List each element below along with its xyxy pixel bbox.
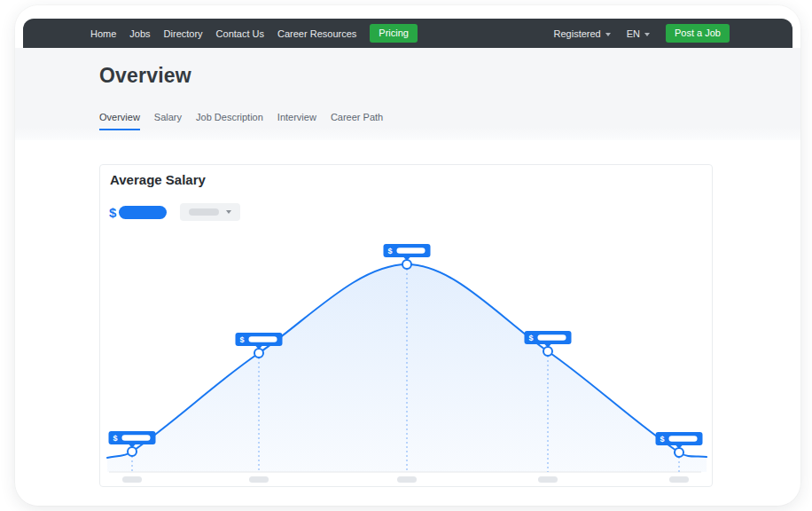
tooltip-currency-label: $ (113, 434, 118, 443)
tab-salary[interactable]: Salary (154, 112, 182, 130)
data-point-dot[interactable] (402, 260, 411, 269)
tooltip-currency-label: $ (660, 435, 665, 444)
nav-left-group: Home Jobs Directory Contact Us Career Re… (90, 24, 418, 43)
chevron-down-icon (644, 33, 650, 36)
data-point-dot[interactable] (543, 347, 552, 356)
registered-dropdown[interactable]: Registered (554, 28, 611, 39)
nav-right-group: Registered EN Post a Job (554, 24, 730, 43)
tooltip-value-placeholder (538, 334, 566, 341)
tooltip-value-placeholder (122, 435, 151, 441)
data-point-dot[interactable] (128, 447, 137, 456)
nav-item-contact-us[interactable]: Contact Us (216, 28, 264, 39)
x-tick-placeholder (249, 476, 269, 483)
chevron-down-icon (605, 33, 611, 36)
data-point-dot[interactable] (254, 349, 263, 358)
nav-item-career-resources[interactable]: Career Resources (277, 28, 356, 39)
average-salary-card: Average Salary $ $$$$$ (99, 164, 713, 487)
pricing-button[interactable]: Pricing (370, 24, 418, 43)
language-dropdown[interactable]: EN (627, 28, 650, 39)
nav-item-jobs[interactable]: Jobs (129, 28, 150, 39)
tooltip-value-placeholder (249, 336, 277, 342)
post-a-job-button[interactable]: Post a Job (666, 24, 730, 43)
tooltip-currency-label: $ (388, 247, 393, 256)
tooltip-currency-label: $ (240, 335, 245, 344)
nav-item-home[interactable]: Home (90, 28, 116, 39)
tab-job-description[interactable]: Job Description (196, 112, 263, 130)
tab-interview[interactable]: Interview (277, 112, 316, 130)
app-window: Home Jobs Directory Contact Us Career Re… (15, 5, 800, 506)
tooltip-currency-label: $ (529, 334, 534, 342)
tab-overview[interactable]: Overview (99, 112, 140, 130)
tab-bar: Overview Salary Job Description Intervie… (99, 112, 383, 130)
registered-dropdown-label: Registered (554, 28, 601, 39)
marker-tooltip[interactable]: $ (384, 244, 431, 261)
x-tick-placeholder (669, 476, 689, 483)
tab-career-path[interactable]: Career Path (331, 112, 383, 130)
x-tick-placeholder (397, 476, 417, 483)
page-header-band: Overview Overview Salary Job Description… (15, 48, 800, 140)
top-nav: Home Jobs Directory Contact Us Career Re… (23, 19, 792, 48)
x-tick-placeholder (122, 476, 142, 483)
nav-item-directory[interactable]: Directory (164, 28, 203, 39)
language-dropdown-label: EN (627, 28, 640, 39)
data-point-dot[interactable] (675, 448, 683, 457)
x-tick-placeholder (538, 476, 558, 483)
salary-distribution-chart: $$$$$ (100, 165, 712, 486)
page-title: Overview (99, 64, 191, 88)
tooltip-value-placeholder (397, 248, 426, 254)
tooltip-value-placeholder (669, 436, 698, 442)
